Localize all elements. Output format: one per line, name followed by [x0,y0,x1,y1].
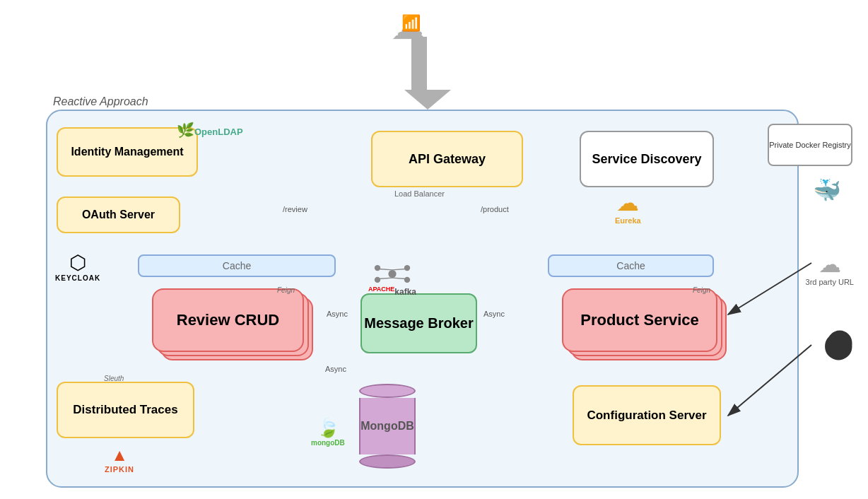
async-label-2: Async [483,310,505,318]
private-docker-box: Private Docker Registry [768,124,852,166]
cache-right-label: Cache [616,260,645,271]
configuration-server-label: Configuration Server [587,409,706,423]
review-crud-box: Review CRUD [152,288,304,352]
svg-line-31 [392,278,406,278]
cylinder-bottom [359,454,416,469]
openldap-logo: 🌿OpenLDAP [177,122,243,139]
svg-marker-1 [404,90,451,110]
svg-line-29 [378,278,392,278]
mongodb-label: MongoDB [360,420,414,433]
third-party-cloud: ☁ 3rd party URL [806,251,854,286]
product-service-box: Product Service [562,288,717,352]
svg-line-30 [392,269,406,270]
sleuth-label: Sleuth [104,375,124,382]
kafka-logo: APACHEkafka [368,262,417,297]
feign-review-label: Feign [277,286,295,294]
mongodb-logo: 🍃 mongoDB [311,417,345,447]
svg-point-23 [388,270,396,278]
product-service-label: Product Service [580,311,699,329]
oauth-server-label: OAuth Server [82,209,155,221]
zipkin-logo: ▲ ZIPKIN [105,445,134,474]
api-gateway-label: API Gateway [409,152,486,167]
review-path-label: /review [283,205,307,213]
message-broker-label: Message Broker [364,315,474,331]
oauth-server-box: OAuth Server [57,196,180,233]
distributed-traces-label: Distributed Traces [73,403,177,417]
svg-point-25 [375,277,380,283]
github-logo-overlay [826,329,854,363]
cache-left-label: Cache [223,260,251,271]
keycloak-logo: ⬡ KEYCLOAK [55,251,100,282]
svg-point-24 [375,265,380,271]
configuration-server-box: Configuration Server [573,385,721,445]
mongodb-container: MongoDB [359,384,416,469]
cache-right-box: Cache [548,254,714,277]
eureka-logo: ☁ Eureka [615,189,641,225]
svg-point-26 [404,265,410,271]
wifi-icon: 📶 [401,14,421,33]
review-crud-label: Review CRUD [177,311,279,329]
service-discovery-label: Service Discovery [592,152,701,167]
feign-product-label: Feign [693,286,710,294]
distributed-traces-box: Distributed Traces [57,382,194,438]
async-label-3: Async [325,365,346,373]
cylinder-body: MongoDB [359,398,416,454]
async-label-1: Async [327,310,348,318]
service-discovery-box: Service Discovery [580,131,714,187]
private-docker-label: Private Docker Registry [769,141,851,149]
product-path-label: /product [481,205,509,213]
api-gateway-box: API Gateway [371,131,523,187]
cache-left-box: Cache [138,254,336,277]
message-broker-box: Message Broker [360,293,477,353]
load-balancer-label: Load Balancer [394,189,445,198]
docker-logo: 🐳 [813,177,841,204]
svg-point-27 [404,277,410,283]
cylinder-top [359,384,416,398]
svg-line-28 [378,269,392,270]
identity-management-label: Identity Management [71,146,183,158]
reactive-label: Reactive Approach [53,95,148,108]
